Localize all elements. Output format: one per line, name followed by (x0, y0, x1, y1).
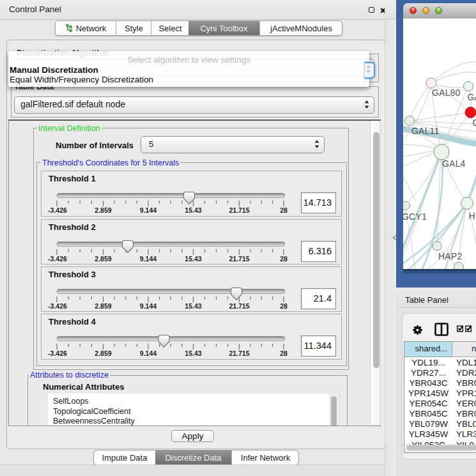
svg-text:GAL80: GAL80 (432, 88, 461, 98)
svg-text:GAL4: GAL4 (442, 158, 466, 169)
svg-text:GAL11: GAL11 (411, 126, 440, 136)
svg-text:GAL1: GAL1 (473, 118, 476, 128)
svg-text:GCY1: GCY1 (403, 211, 427, 222)
svg-text:HIS4: HIS4 (469, 211, 476, 221)
svg-text:HAP2: HAP2 (438, 251, 462, 261)
svg-text:GAL2: GAL2 (468, 92, 476, 102)
